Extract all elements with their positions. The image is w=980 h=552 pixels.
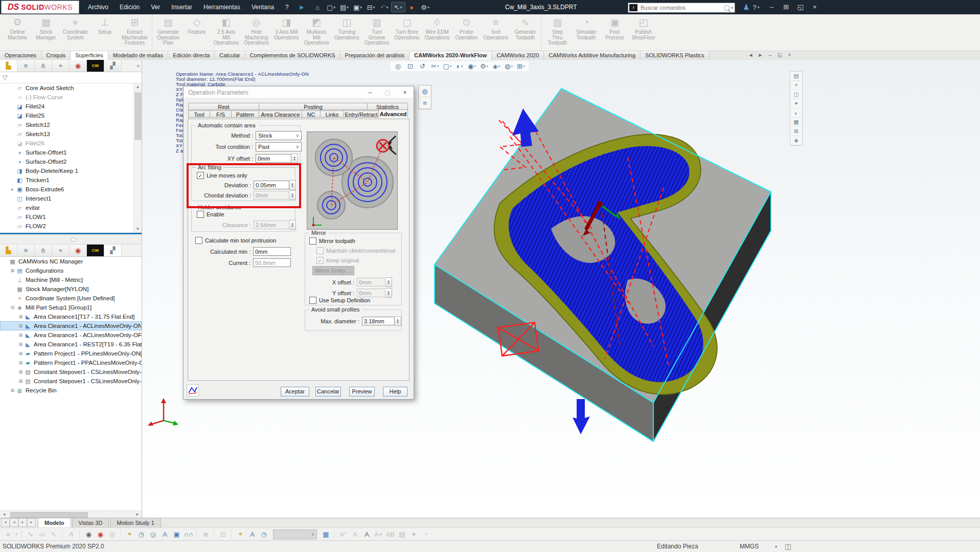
command-tab[interactable]: Superficies (71, 51, 108, 60)
dialog-tab[interactable]: Entry/Retract (344, 111, 378, 118)
toolbar-icon[interactable]: ⊡ (214, 531, 229, 538)
side-tool-icon[interactable]: ◈ (790, 136, 802, 145)
pin-icon[interactable]: ➤ (299, 4, 304, 11)
dialog-title-bar[interactable]: Operation Parameters –▢× (184, 86, 414, 99)
user-account-icon[interactable]: ♟ (743, 3, 749, 12)
expander-icon[interactable]: ⊟ (9, 305, 16, 310)
document-tab[interactable]: Vistas 3D (72, 518, 109, 527)
side-tool-icon[interactable]: ◐ (790, 108, 802, 118)
toolbar-icon[interactable]: ◎ (106, 531, 118, 538)
expander-icon[interactable]: ⊞ (17, 379, 24, 384)
search-box[interactable]: › ▾ (628, 3, 735, 13)
document-tab[interactable]: Motion Study 1 (110, 518, 161, 527)
panel-tab-icon[interactable]: ≡ (17, 245, 35, 256)
toolbar-icon[interactable]: ▭ (36, 531, 48, 538)
document-window-control[interactable]: ◄ (746, 51, 756, 59)
expander-icon[interactable]: ▸ (9, 187, 16, 192)
tree-item[interactable]: ▸ ▣ Boss-Extrude6 (0, 185, 142, 194)
tree-item[interactable]: ◖ Surface-Offset1 (0, 148, 142, 157)
panel-tab-icon[interactable]: ⋔ (35, 60, 52, 72)
ribbon-button[interactable]: ▣ Post Process (600, 14, 629, 51)
quick-access-icon[interactable]: ↶▾ (378, 4, 391, 11)
toolbar-icon[interactable]: ◔ (420, 531, 431, 538)
ribbon-button[interactable]: ◊ Wire EDM Operations (422, 14, 452, 51)
window-control-button[interactable]: – (765, 0, 779, 14)
toolbar-icon[interactable]: ▾ (14, 532, 19, 537)
menu-item[interactable]: Archivo (82, 0, 114, 14)
quick-access-icon[interactable]: ⊟▾ (364, 4, 378, 11)
dialog-tab[interactable]: Rest (188, 103, 259, 110)
splitter-handle[interactable] (71, 237, 76, 242)
toolbar-icon[interactable]: A+ (373, 531, 384, 538)
panel-tab-icon[interactable]: ▞ (104, 245, 122, 256)
dialog-window-button[interactable]: × (396, 86, 414, 99)
tree-item[interactable]: ⊞ ▤ Configurations (0, 266, 142, 275)
view-tool-icon[interactable]: ▢▾ (441, 62, 453, 70)
scrollbar-thumb[interactable] (135, 93, 141, 140)
quick-access-icon[interactable]: ⚙▾ (419, 4, 432, 11)
enable-checkbox[interactable] (197, 211, 204, 218)
toolbar-icon[interactable]: ▣ (171, 531, 183, 538)
max-diameter-spinner[interactable]: ▲▼ (395, 316, 401, 326)
ribbon-button[interactable]: ≡ Sort Operations (481, 14, 511, 51)
command-tab[interactable]: SOLIDWORKS Plastics (641, 51, 710, 60)
panel-horizontal-scrollbar[interactable]: ◄ ► (0, 511, 142, 518)
tree-scrollbar[interactable]: ▲ ▼ (133, 83, 142, 233)
ribbon-button[interactable]: ◩ Multiaxis Mill Operations (302, 14, 332, 51)
window-control-button[interactable]: × (808, 0, 822, 14)
dialog-tab[interactable]: F/S (210, 111, 231, 118)
help-dropdown-icon[interactable]: ▾ (758, 5, 760, 10)
expander-icon[interactable]: ⊞ (17, 369, 24, 374)
line-moves-only-checkbox[interactable]: ✓ (197, 172, 204, 179)
dialog-tab[interactable]: Pattern (231, 111, 259, 118)
tool-condition-select[interactable]: Past∨ (256, 142, 302, 151)
menu-item[interactable]: Herramientas (198, 0, 246, 14)
toolbar-combo[interactable]: ∨ (273, 529, 317, 539)
tree-item[interactable]: ⌖ Coordinate System [User Defined] (0, 294, 142, 303)
tree-item[interactable]: ▱ Sketch13 (0, 129, 142, 139)
panel-tab-icon[interactable]: ⌖ (52, 245, 70, 256)
toolbar-icon[interactable]: ⊕ (196, 531, 212, 538)
dialog-tab[interactable]: Posting (259, 103, 367, 110)
ribbon-button[interactable]: ▥ Step Thru Toolpath (541, 14, 572, 51)
calc-min-protrusion-checkbox[interactable] (195, 237, 202, 244)
side-tool-icon[interactable]: ⌖ (790, 81, 802, 90)
ribbon-button[interactable]: ▥ Turn Groove Operations (362, 14, 392, 51)
scroll-right-icon[interactable]: ► (133, 512, 142, 517)
calculated-min-input[interactable]: 0mm (253, 247, 291, 256)
search-dropdown-icon[interactable]: ▾ (731, 6, 733, 10)
side-tool-icon[interactable]: ▦ (790, 118, 802, 127)
dialog-tab[interactable]: NC (302, 111, 320, 118)
view-tool-icon[interactable]: ◐▾ (453, 62, 466, 70)
toolbar-icon[interactable]: ≡ (2, 531, 14, 538)
use-setup-definition-checkbox[interactable] (309, 297, 316, 304)
command-tab[interactable]: CAMWorks Additive Manufacturing (544, 51, 641, 60)
palette-icon[interactable]: ≡ (419, 97, 431, 109)
command-tab[interactable]: Edición directa (168, 51, 215, 60)
side-tool-icon[interactable]: ◫ (790, 90, 802, 99)
command-tab[interactable]: Croquis (41, 51, 71, 60)
tree-item[interactable]: ⊞ ▰ Pattern Project1 - PPLinesMoveOnly-O… (0, 349, 142, 358)
search-icon[interactable] (724, 5, 730, 11)
tree-item[interactable]: ◨ Body-Delete/Keep 1 (0, 166, 142, 175)
dialog-window-button[interactable]: – (361, 86, 379, 99)
toolbar-icon[interactable]: ↖ (48, 531, 60, 538)
toolbar-icon[interactable]: A (62, 531, 77, 538)
panel-tab-icon[interactable]: ≡ (17, 60, 35, 72)
palette-icon[interactable]: ◍ (419, 85, 431, 97)
toolbar-icon[interactable]: AB (384, 531, 396, 538)
ribbon-button[interactable]: ▤ Generate Operation Plan (152, 14, 183, 51)
scroll-down-icon[interactable]: ▼ (134, 226, 142, 233)
scrollbar-thumb[interactable] (10, 512, 88, 518)
units-caret-icon[interactable]: ▴ (775, 544, 777, 548)
ribbon-button[interactable]: ▢ Turn Bore Operations (392, 14, 422, 51)
tree-item[interactable]: ◪ Fillet24 (0, 102, 142, 111)
tree-item[interactable]: ◪ Fillet25 (0, 111, 142, 120)
toolbar-icon[interactable]: ◷ (135, 531, 147, 538)
quick-access-icon[interactable]: ● (405, 4, 419, 11)
view-tool-icon[interactable]: ◎ (392, 62, 404, 70)
tree-item[interactable]: ⊞ ◣ Area Clearance1 - ACLinesMoveOnly-OF… (0, 330, 142, 340)
expander-icon[interactable]: ⊞ (17, 314, 24, 319)
command-tab[interactable]: Operaciones (0, 51, 41, 60)
command-tab[interactable]: CAMWorks 2020-WorkFlow (409, 51, 492, 60)
